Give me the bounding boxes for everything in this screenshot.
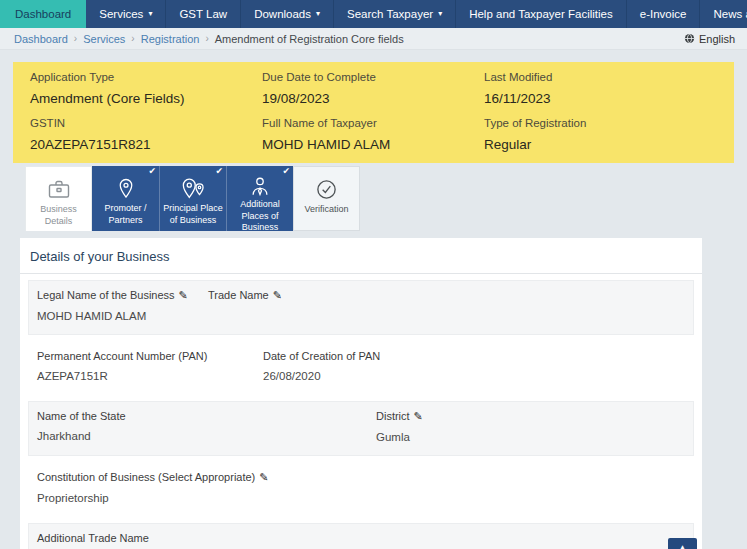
- field-value: 16/11/2023: [484, 91, 734, 106]
- field-label: Last Modified: [484, 71, 734, 83]
- edit-pencil-icon[interactable]: ✎: [179, 289, 188, 301]
- nav-item-dashboard[interactable]: Dashboard: [0, 0, 86, 28]
- field-value: MOHD HAMID ALAM: [262, 137, 484, 152]
- form-row-additional-trade-name: Additional Trade Name: [28, 523, 694, 549]
- nav-item-services[interactable]: Services ▾: [86, 0, 166, 28]
- field-value: 20AZEPA7151R821: [30, 137, 262, 152]
- tab-business-details[interactable]: Business Details: [25, 166, 92, 231]
- chevron-down-icon: ▾: [316, 10, 320, 18]
- summary-field-taxpayer-name: Full Name of Taxpayer MOHD HAMID ALAM: [262, 117, 484, 152]
- map-pins-icon: [180, 175, 206, 202]
- application-summary: Application Type Amendment (Core Fields)…: [13, 62, 734, 163]
- tab-principal-place[interactable]: ✔ Principal Place of Business: [159, 166, 226, 231]
- nav-label: Dashboard: [15, 8, 71, 20]
- arrow-up-icon: ▲: [678, 542, 688, 549]
- edit-pencil-icon[interactable]: ✎: [414, 410, 423, 422]
- nav-item-gst-law[interactable]: GST Law: [166, 0, 241, 28]
- form-row-constitution: Constitution of Business (Select Appropr…: [28, 462, 694, 517]
- nav-item-help[interactable]: Help and Taxpayer Facilities: [456, 0, 627, 28]
- field-label: GSTIN: [30, 117, 262, 129]
- summary-field-due-date: Due Date to Complete 19/08/2023: [262, 71, 484, 106]
- nav-label: Services: [99, 8, 143, 20]
- nav-label: e-Invoice: [640, 8, 687, 20]
- breadcrumb: Dashboard › Services › Registration › Am…: [14, 33, 404, 45]
- breadcrumb-separator: ›: [74, 33, 77, 44]
- breadcrumb-registration[interactable]: Registration: [141, 33, 200, 45]
- field-value: AZEPA7151R: [37, 370, 263, 383]
- summary-row: Application Type Amendment (Core Fields)…: [13, 71, 734, 106]
- nav-label: Downloads: [254, 8, 311, 20]
- step-tabs: Business Details ✔ Promoter / Partners ✔…: [25, 166, 747, 231]
- tab-additional-places[interactable]: ✔ Additional Places of Business: [226, 166, 293, 231]
- nav-label: News and Updates: [713, 8, 747, 20]
- field-label: Constitution of Business (Select Appropr…: [37, 471, 693, 484]
- nav-item-downloads[interactable]: Downloads ▾: [241, 0, 334, 28]
- summary-field-gstin: GSTIN 20AZEPA7151R821: [30, 117, 262, 152]
- field-value: [208, 310, 693, 323]
- summary-field-application-type: Application Type Amendment (Core Fields): [30, 71, 262, 106]
- summary-row: GSTIN 20AZEPA7151R821 Full Name of Taxpa…: [13, 117, 734, 152]
- summary-field-registration-type: Type of Registration Regular: [484, 117, 734, 152]
- language-label: English: [699, 33, 735, 45]
- breadcrumb-services[interactable]: Services: [83, 33, 125, 45]
- field-label: Due Date to Complete: [262, 71, 484, 83]
- breadcrumb-bar: Dashboard › Services › Registration › Am…: [0, 28, 747, 50]
- person-icon: [249, 175, 271, 198]
- tab-promoter-partners[interactable]: ✔ Promoter / Partners: [92, 166, 159, 231]
- field-label: Date of Creation of PAN: [263, 350, 693, 362]
- chevron-down-icon: ▾: [438, 10, 442, 18]
- nav-item-search-taxpayer[interactable]: Search Taxpayer ▾: [334, 0, 456, 28]
- field-legal-name: Legal Name of the Business✎ MOHD HAMID A…: [37, 289, 208, 323]
- field-state: Name of the State Jharkhand: [37, 410, 376, 444]
- tab-label: Additional Places of Business: [227, 199, 293, 234]
- globe-icon: [684, 33, 695, 44]
- nav-label: Search Taxpayer: [347, 8, 433, 20]
- edit-pencil-icon[interactable]: ✎: [273, 289, 282, 301]
- nav-label: Help and Taxpayer Facilities: [469, 8, 613, 20]
- edit-pencil-icon[interactable]: ✎: [259, 471, 268, 483]
- field-value: Amendment (Core Fields): [30, 91, 262, 106]
- language-selector[interactable]: English: [684, 33, 735, 45]
- field-label: Application Type: [30, 71, 262, 83]
- tab-label: Verification: [302, 204, 350, 216]
- field-label: Legal Name of the Business✎: [37, 289, 208, 302]
- field-value: 26/08/2020: [263, 370, 693, 383]
- chevron-down-icon: ▾: [148, 10, 152, 18]
- field-label: Trade Name✎: [208, 289, 693, 302]
- briefcase-icon: [47, 176, 71, 203]
- field-constitution: Constitution of Business (Select Appropr…: [37, 471, 693, 505]
- field-value: Jharkhand: [37, 430, 376, 443]
- check-icon: ✔: [148, 166, 156, 178]
- field-value: MOHD HAMID ALAM: [37, 310, 208, 323]
- field-district: District✎ Gumla: [376, 410, 693, 444]
- tab-label: Promoter / Partners: [92, 203, 159, 226]
- field-label: District✎: [376, 410, 693, 423]
- tab-verification[interactable]: Verification: [293, 166, 360, 231]
- breadcrumb-dashboard[interactable]: Dashboard: [14, 33, 68, 45]
- field-label: Name of the State: [37, 410, 376, 422]
- tab-label: Principal Place of Business: [160, 203, 226, 226]
- nav-item-e-invoice[interactable]: e-Invoice: [627, 0, 701, 28]
- field-label: Additional Trade Name: [37, 532, 693, 544]
- field-additional-trade-name: Additional Trade Name: [37, 532, 693, 549]
- field-label: Permanent Account Number (PAN): [37, 350, 263, 362]
- business-details-panel: Details of your Business Legal Name of t…: [20, 238, 702, 549]
- field-label: Type of Registration: [484, 117, 734, 129]
- tab-label: Business Details: [26, 204, 91, 227]
- check-icon: ✔: [282, 166, 290, 178]
- breadcrumb-separator: ›: [205, 33, 208, 44]
- field-value: Regular: [484, 137, 734, 152]
- field-pan: Permanent Account Number (PAN) AZEPA7151…: [37, 350, 263, 383]
- scroll-to-top-button[interactable]: ▲: [668, 538, 697, 549]
- circle-check-icon: [315, 176, 338, 203]
- field-value: Gumla: [376, 431, 693, 444]
- nav-item-news-updates[interactable]: News and Updates: [700, 0, 747, 28]
- breadcrumb-separator: ›: [131, 33, 134, 44]
- field-trade-name: Trade Name✎: [208, 289, 693, 323]
- form-row-state-district: Name of the State Jharkhand District✎ Gu…: [28, 401, 694, 456]
- form-row-legal-trade: Legal Name of the Business✎ MOHD HAMID A…: [28, 280, 694, 335]
- top-nav: Dashboard Services ▾ GST Law Downloads ▾…: [0, 0, 747, 28]
- check-icon: ✔: [215, 166, 223, 178]
- location-pin-icon: [117, 175, 135, 202]
- breadcrumb-current-page: Amendment of Registration Core fields: [215, 33, 404, 45]
